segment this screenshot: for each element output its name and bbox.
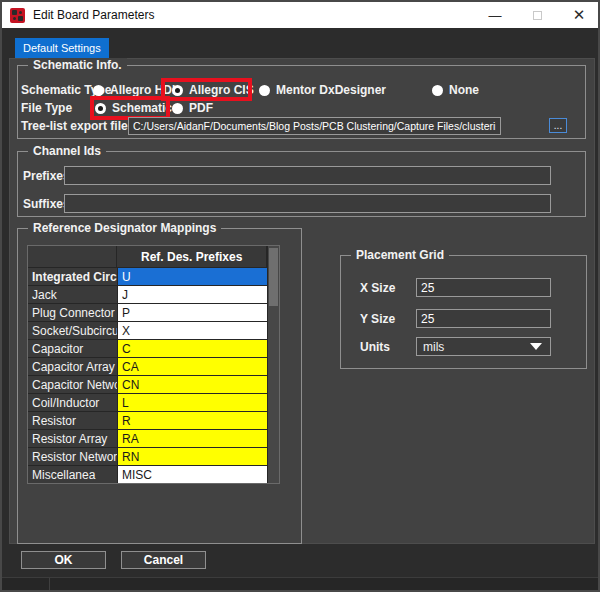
table-row[interactable]: Integrated CircU xyxy=(28,268,279,285)
table-row[interactable]: MiscellaneaMISC xyxy=(28,466,279,483)
chevron-down-icon xyxy=(530,343,542,350)
table-corner-cell xyxy=(28,246,117,267)
radio-allegro-cis[interactable]: Allegro CIS xyxy=(172,83,254,97)
schematic-info-title: Schematic Info. xyxy=(28,58,127,72)
radio-allegro-hdl[interactable]: Allegro HDL xyxy=(93,83,179,97)
window-title: Edit Board Parameters xyxy=(33,8,154,22)
schematic-info-group: Schematic Info. Schematic Type Allegro H… xyxy=(17,65,586,139)
radio-label: Allegro CIS xyxy=(189,83,254,97)
tab-default-settings[interactable]: Default Settings xyxy=(15,38,109,58)
default-settings-pane: Schematic Info. Schematic Type Allegro H… xyxy=(9,58,595,544)
bottom-status-strip xyxy=(2,577,598,590)
scrollbar-thumb[interactable] xyxy=(269,248,278,306)
radio-label: PDF xyxy=(189,101,213,115)
cancel-button[interactable]: Cancel xyxy=(121,551,206,569)
radio-pdf[interactable]: PDF xyxy=(172,101,213,115)
units-selected-value: mils xyxy=(417,340,530,354)
table-row[interactable]: JackJ xyxy=(28,286,279,303)
tree-list-export-label: Tree-list export file xyxy=(21,119,128,133)
ref-des-mappings-group: Reference Designator Mappings Ref. Des. … xyxy=(17,228,302,544)
suffixes-input[interactable] xyxy=(64,194,551,213)
row-header[interactable]: Jack xyxy=(28,286,118,303)
prefix-cell[interactable]: R xyxy=(118,412,268,429)
minimize-icon[interactable]: — xyxy=(480,2,510,28)
ref-des-table: Ref. Des. Prefixes Integrated CircUJackJ… xyxy=(27,245,280,484)
prefix-cell[interactable]: MISC xyxy=(118,466,268,483)
suffixes-label: Suffixes xyxy=(23,197,70,211)
radio-label: Schematic xyxy=(112,101,172,115)
channel-ids-group: Channel Ids Prefixes Suffixes xyxy=(17,151,586,217)
prefix-cell[interactable]: J xyxy=(118,286,268,303)
prefixes-input[interactable] xyxy=(64,166,551,185)
table-row[interactable]: Plug ConnectorP xyxy=(28,304,279,321)
edit-board-parameters-dialog: Edit Board Parameters — ✕ Default Settin… xyxy=(0,0,600,592)
row-header[interactable]: Resistor Networ xyxy=(28,448,118,465)
prefix-cell[interactable]: CA xyxy=(118,358,268,375)
radio-label: None xyxy=(449,83,479,97)
row-header[interactable]: Coil/Inductor xyxy=(28,394,118,411)
close-icon[interactable]: ✕ xyxy=(564,2,594,28)
units-label: Units xyxy=(360,340,390,354)
radio-selected-icon[interactable] xyxy=(95,103,106,114)
radio-none[interactable]: None xyxy=(432,83,479,97)
prefix-cell[interactable]: CN xyxy=(118,376,268,393)
row-header[interactable]: Plug Connector xyxy=(28,304,118,321)
ok-button[interactable]: OK xyxy=(21,551,106,569)
channel-ids-title: Channel Ids xyxy=(28,144,106,158)
prefix-cell[interactable]: RN xyxy=(118,448,268,465)
prefixes-label: Prefixes xyxy=(23,169,70,183)
table-header-row: Ref. Des. Prefixes xyxy=(28,246,279,267)
row-header[interactable]: Integrated Circ xyxy=(28,268,118,285)
x-size-input[interactable] xyxy=(416,278,551,297)
column-header[interactable]: Ref. Des. Prefixes xyxy=(117,246,266,267)
table-row[interactable]: Resistor NetworRN xyxy=(28,448,279,465)
table-row[interactable]: Coil/InductorL xyxy=(28,394,279,411)
radio-selected-icon[interactable] xyxy=(172,85,183,96)
row-header[interactable]: Capacitor Netwo xyxy=(28,376,118,393)
prefix-cell[interactable]: X xyxy=(118,322,268,339)
table-row[interactable]: Resistor ArrayRA xyxy=(28,430,279,447)
row-header[interactable]: Miscellanea xyxy=(28,466,118,483)
radio-unselected-icon[interactable] xyxy=(93,85,104,96)
status-strip-divider xyxy=(49,578,50,590)
prefix-cell[interactable]: C xyxy=(118,340,268,357)
row-header[interactable]: Socket/Subcircu xyxy=(28,322,118,339)
placement-grid-title: Placement Grid xyxy=(351,248,449,262)
row-header[interactable]: Capacitor Array xyxy=(28,358,118,375)
row-header[interactable]: Capacitor xyxy=(28,340,118,357)
prefix-cell[interactable]: P xyxy=(118,304,268,321)
table-row[interactable]: Capacitor NetwoCN xyxy=(28,376,279,393)
vertical-scrollbar[interactable] xyxy=(267,246,279,483)
browse-button[interactable]: ... xyxy=(549,118,567,133)
prefix-cell[interactable]: U xyxy=(118,268,268,285)
radio-unselected-icon[interactable] xyxy=(259,85,270,96)
table-row[interactable]: CapacitorC xyxy=(28,340,279,357)
radio-label: Mentor DxDesigner xyxy=(276,83,386,97)
radio-schematic[interactable]: Schematic xyxy=(95,101,172,115)
table-row[interactable]: Socket/SubcircuX xyxy=(28,322,279,339)
table-row[interactable]: Capacitor ArrayCA xyxy=(28,358,279,375)
radio-label: Allegro HDL xyxy=(110,83,179,97)
maximize-icon xyxy=(522,2,552,28)
tree-list-export-input[interactable] xyxy=(128,117,501,135)
table-row[interactable]: ResistorR xyxy=(28,412,279,429)
radio-unselected-icon[interactable] xyxy=(172,103,183,114)
x-size-label: X Size xyxy=(360,281,395,295)
row-header[interactable]: Resistor Array xyxy=(28,430,118,447)
units-dropdown[interactable]: mils xyxy=(416,337,551,356)
radio-unselected-icon[interactable] xyxy=(432,85,443,96)
row-header[interactable]: Resistor xyxy=(28,412,118,429)
ref-des-mappings-title: Reference Designator Mappings xyxy=(28,221,221,235)
radio-mentor-dxdesigner[interactable]: Mentor DxDesigner xyxy=(259,83,386,97)
file-type-label: File Type xyxy=(21,101,72,115)
y-size-label: Y Size xyxy=(360,312,395,326)
y-size-input[interactable] xyxy=(416,309,551,328)
app-icon xyxy=(10,8,25,23)
placement-grid-group: Placement Grid X Size Y Size Units mils xyxy=(340,255,587,369)
prefix-cell[interactable]: RA xyxy=(118,430,268,447)
table-body: Integrated CircUJackJPlug ConnectorPSock… xyxy=(28,268,279,483)
prefix-cell[interactable]: L xyxy=(118,394,268,411)
